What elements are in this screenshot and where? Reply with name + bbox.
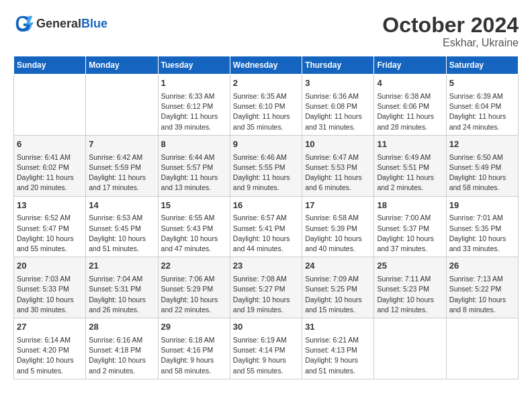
- title-block: October 2024 Eskhar, Ukraine: [382, 13, 519, 49]
- calendar-cell: 29Sunrise: 6:18 AM Sunset: 4:16 PM Dayli…: [158, 318, 230, 379]
- calendar-cell: 30Sunrise: 6:19 AM Sunset: 4:14 PM Dayli…: [230, 318, 302, 379]
- day-number: 5: [449, 77, 515, 90]
- calendar-cell: 5Sunrise: 6:39 AM Sunset: 6:04 PM Daylig…: [446, 75, 518, 136]
- day-number: 25: [377, 260, 443, 273]
- day-info: Sunrise: 6:36 AM Sunset: 6:08 PM Dayligh…: [305, 91, 371, 132]
- calendar-cell: 4Sunrise: 6:38 AM Sunset: 6:06 PM Daylig…: [374, 75, 446, 136]
- calendar-header: SundayMondayTuesdayWednesdayThursdayFrid…: [14, 56, 519, 75]
- day-number: 28: [89, 321, 154, 334]
- calendar-cell: [14, 75, 86, 136]
- weekday-header-sunday: Sunday: [14, 56, 86, 75]
- calendar-cell: 9Sunrise: 6:46 AM Sunset: 5:55 PM Daylig…: [230, 135, 302, 196]
- day-number: 9: [233, 138, 299, 151]
- day-info: Sunrise: 6:47 AM Sunset: 5:53 PM Dayligh…: [305, 152, 371, 193]
- day-number: 6: [17, 138, 83, 151]
- day-number: 7: [89, 138, 154, 151]
- page-header: General Blue October 2024 Eskhar, Ukrain…: [13, 13, 519, 49]
- calendar-cell: [86, 75, 158, 136]
- calendar-cell: 10Sunrise: 6:47 AM Sunset: 5:53 PM Dayli…: [302, 135, 374, 196]
- logo-text: General Blue: [36, 17, 107, 30]
- day-number: 30: [233, 321, 299, 334]
- day-info: Sunrise: 6:58 AM Sunset: 5:39 PM Dayligh…: [305, 213, 371, 254]
- day-number: 31: [305, 321, 371, 334]
- day-number: 20: [17, 260, 83, 273]
- logo-general: General: [36, 17, 81, 30]
- day-number: 11: [377, 138, 443, 151]
- day-number: 21: [89, 260, 154, 273]
- day-info: Sunrise: 6:42 AM Sunset: 5:59 PM Dayligh…: [89, 152, 154, 193]
- day-info: Sunrise: 6:50 AM Sunset: 5:49 PM Dayligh…: [449, 152, 515, 193]
- calendar-cell: 26Sunrise: 7:13 AM Sunset: 5:22 PM Dayli…: [446, 257, 518, 318]
- day-info: Sunrise: 6:41 AM Sunset: 6:02 PM Dayligh…: [17, 152, 83, 193]
- day-info: Sunrise: 7:00 AM Sunset: 5:37 PM Dayligh…: [377, 213, 443, 254]
- day-info: Sunrise: 6:18 AM Sunset: 4:16 PM Dayligh…: [161, 335, 227, 376]
- calendar-cell: 14Sunrise: 6:53 AM Sunset: 5:45 PM Dayli…: [86, 196, 158, 257]
- calendar-cell: 22Sunrise: 7:06 AM Sunset: 5:29 PM Dayli…: [158, 257, 230, 318]
- day-number: 22: [161, 260, 227, 273]
- day-number: 18: [377, 199, 443, 212]
- logo: General Blue: [13, 13, 107, 34]
- calendar-cell: 8Sunrise: 6:44 AM Sunset: 5:57 PM Daylig…: [158, 135, 230, 196]
- calendar-cell: 31Sunrise: 6:21 AM Sunset: 4:13 PM Dayli…: [302, 318, 374, 379]
- calendar-cell: [446, 318, 518, 379]
- day-info: Sunrise: 7:13 AM Sunset: 5:22 PM Dayligh…: [449, 274, 515, 315]
- day-number: 1: [161, 77, 227, 90]
- calendar-cell: 11Sunrise: 6:49 AM Sunset: 5:51 PM Dayli…: [374, 135, 446, 196]
- day-info: Sunrise: 6:57 AM Sunset: 5:41 PM Dayligh…: [233, 213, 299, 254]
- logo-icon: [13, 13, 34, 34]
- weekday-header-friday: Friday: [374, 56, 446, 75]
- calendar-row-3: 20Sunrise: 7:03 AM Sunset: 5:33 PM Dayli…: [14, 257, 519, 318]
- calendar-cell: 28Sunrise: 6:16 AM Sunset: 4:18 PM Dayli…: [86, 318, 158, 379]
- day-number: 4: [377, 77, 443, 90]
- day-number: 27: [17, 321, 83, 334]
- day-number: 15: [161, 199, 227, 212]
- day-number: 19: [449, 199, 515, 212]
- day-info: Sunrise: 6:46 AM Sunset: 5:55 PM Dayligh…: [233, 152, 299, 193]
- logo-blue: Blue: [81, 17, 107, 30]
- day-number: 13: [17, 199, 83, 212]
- weekday-header-row: SundayMondayTuesdayWednesdayThursdayFrid…: [14, 56, 519, 75]
- month-title: October 2024: [382, 13, 519, 37]
- calendar-row-1: 6Sunrise: 6:41 AM Sunset: 6:02 PM Daylig…: [14, 135, 519, 196]
- day-number: 10: [305, 138, 371, 151]
- day-info: Sunrise: 6:49 AM Sunset: 5:51 PM Dayligh…: [377, 152, 443, 193]
- day-number: 16: [233, 199, 299, 212]
- day-number: 17: [305, 199, 371, 212]
- calendar-cell: 17Sunrise: 6:58 AM Sunset: 5:39 PM Dayli…: [302, 196, 374, 257]
- calendar-cell: 25Sunrise: 7:11 AM Sunset: 5:23 PM Dayli…: [374, 257, 446, 318]
- calendar-cell: 1Sunrise: 6:33 AM Sunset: 6:12 PM Daylig…: [158, 75, 230, 136]
- day-number: 23: [233, 260, 299, 273]
- calendar-cell: 13Sunrise: 6:52 AM Sunset: 5:47 PM Dayli…: [14, 196, 86, 257]
- day-info: Sunrise: 6:39 AM Sunset: 6:04 PM Dayligh…: [449, 91, 515, 132]
- calendar-cell: 15Sunrise: 6:55 AM Sunset: 5:43 PM Dayli…: [158, 196, 230, 257]
- calendar-row-4: 27Sunrise: 6:14 AM Sunset: 4:20 PM Dayli…: [14, 318, 519, 379]
- calendar-cell: 27Sunrise: 6:14 AM Sunset: 4:20 PM Dayli…: [14, 318, 86, 379]
- day-number: 3: [305, 77, 371, 90]
- calendar-cell: 7Sunrise: 6:42 AM Sunset: 5:59 PM Daylig…: [86, 135, 158, 196]
- calendar-cell: 23Sunrise: 7:08 AM Sunset: 5:27 PM Dayli…: [230, 257, 302, 318]
- calendar-cell: 16Sunrise: 6:57 AM Sunset: 5:41 PM Dayli…: [230, 196, 302, 257]
- day-number: 12: [449, 138, 515, 151]
- day-info: Sunrise: 6:35 AM Sunset: 6:10 PM Dayligh…: [233, 91, 299, 132]
- day-info: Sunrise: 6:14 AM Sunset: 4:20 PM Dayligh…: [17, 335, 83, 376]
- day-number: 29: [161, 321, 227, 334]
- day-info: Sunrise: 6:33 AM Sunset: 6:12 PM Dayligh…: [161, 91, 227, 132]
- location-title: Eskhar, Ukraine: [382, 37, 519, 49]
- day-info: Sunrise: 6:44 AM Sunset: 5:57 PM Dayligh…: [161, 152, 227, 193]
- day-number: 24: [305, 260, 371, 273]
- weekday-header-tuesday: Tuesday: [158, 56, 230, 75]
- calendar-row-0: 1Sunrise: 6:33 AM Sunset: 6:12 PM Daylig…: [14, 75, 519, 136]
- calendar-cell: 6Sunrise: 6:41 AM Sunset: 6:02 PM Daylig…: [14, 135, 86, 196]
- day-info: Sunrise: 6:19 AM Sunset: 4:14 PM Dayligh…: [233, 335, 299, 376]
- weekday-header-saturday: Saturday: [446, 56, 518, 75]
- day-info: Sunrise: 7:09 AM Sunset: 5:25 PM Dayligh…: [305, 274, 371, 315]
- weekday-header-thursday: Thursday: [302, 56, 374, 75]
- day-info: Sunrise: 6:16 AM Sunset: 4:18 PM Dayligh…: [89, 335, 154, 376]
- calendar-cell: 18Sunrise: 7:00 AM Sunset: 5:37 PM Dayli…: [374, 196, 446, 257]
- day-info: Sunrise: 7:11 AM Sunset: 5:23 PM Dayligh…: [377, 274, 443, 315]
- calendar-cell: 2Sunrise: 6:35 AM Sunset: 6:10 PM Daylig…: [230, 75, 302, 136]
- calendar-cell: 21Sunrise: 7:04 AM Sunset: 5:31 PM Dayli…: [86, 257, 158, 318]
- day-info: Sunrise: 6:38 AM Sunset: 6:06 PM Dayligh…: [377, 91, 443, 132]
- day-info: Sunrise: 7:03 AM Sunset: 5:33 PM Dayligh…: [17, 274, 83, 315]
- weekday-header-wednesday: Wednesday: [230, 56, 302, 75]
